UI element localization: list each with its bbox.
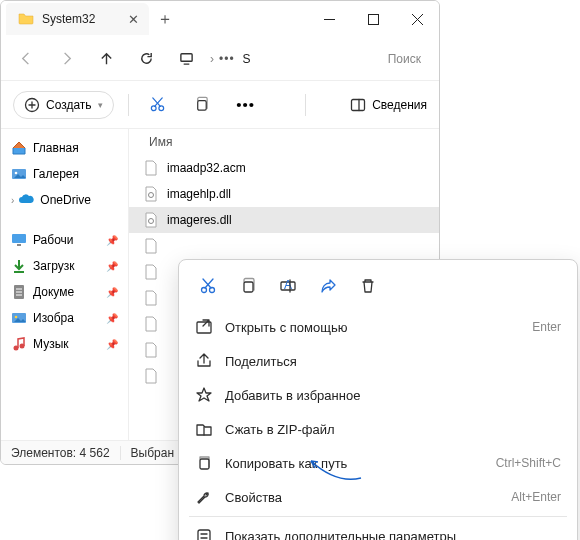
copy-button[interactable]	[231, 270, 265, 302]
document-icon	[11, 284, 27, 300]
breadcrumb-current[interactable]: S	[243, 52, 251, 66]
maximize-button[interactable]	[351, 1, 395, 37]
svg-point-28	[20, 344, 25, 349]
ctx-favorite[interactable]: Добавить в избранное	[185, 378, 571, 412]
svg-rect-18	[12, 234, 26, 243]
close-tab-icon[interactable]: ✕	[128, 12, 139, 27]
ctx-properties[interactable]: СвойстваAlt+Enter	[185, 480, 571, 514]
ctx-share[interactable]: Поделиться	[185, 344, 571, 378]
active-tab[interactable]: System32 ✕	[6, 3, 149, 35]
cut-button[interactable]	[143, 90, 173, 120]
file-icon	[143, 290, 159, 306]
file-icon	[143, 186, 159, 202]
home-icon	[11, 140, 27, 156]
file-icon	[143, 264, 159, 280]
pc-icon[interactable]	[167, 41, 205, 77]
ctx-open-with[interactable]: Открыть с помощьюEnter	[185, 310, 571, 344]
file-icon	[143, 342, 159, 358]
chevron-right-icon: ›	[210, 52, 214, 66]
separator	[305, 94, 306, 116]
context-menu: A Открыть с помощьюEnter Поделиться Доба…	[178, 259, 578, 540]
file-row[interactable]: imaadp32.acm	[129, 155, 439, 181]
svg-text:A: A	[284, 278, 292, 292]
sidebar: Главная Галерея ›OneDrive Рабочи📌 Загруз…	[1, 129, 129, 440]
create-label: Создать	[46, 98, 92, 112]
star-icon	[195, 386, 213, 404]
svg-point-10	[159, 106, 164, 111]
sidebar-item-pictures[interactable]: Изобра📌	[5, 305, 124, 331]
svg-point-9	[151, 106, 156, 111]
open-with-icon	[195, 318, 213, 336]
sidebar-item-documents[interactable]: Докуме📌	[5, 279, 124, 305]
file-row-selected[interactable]: imageres.dll	[129, 207, 439, 233]
share-icon	[195, 352, 213, 370]
more-button[interactable]: •••	[231, 90, 261, 120]
chevron-right-icon: ›	[11, 195, 14, 206]
tab-title: System32	[42, 12, 95, 26]
more-dots[interactable]: •••	[219, 52, 235, 66]
sidebar-item-music[interactable]: Музык📌	[5, 331, 124, 357]
refresh-button[interactable]	[127, 41, 165, 77]
svg-rect-1	[368, 14, 378, 24]
delete-button[interactable]	[351, 270, 385, 302]
chevron-down-icon: ▾	[98, 100, 103, 110]
sidebar-item-gallery[interactable]: Галерея	[5, 161, 124, 187]
svg-rect-35	[244, 282, 253, 292]
pin-icon: 📌	[106, 261, 118, 272]
details-label: Сведения	[372, 98, 427, 112]
column-header-name[interactable]: Имя	[129, 129, 439, 155]
svg-rect-4	[180, 54, 191, 62]
navbar: › ••• S Поиск	[1, 37, 439, 81]
details-icon	[350, 97, 366, 113]
context-icon-row: A	[185, 266, 571, 310]
plus-circle-icon	[24, 97, 40, 113]
rename-button[interactable]: A	[271, 270, 305, 302]
folder-icon	[18, 10, 34, 29]
download-icon	[11, 258, 27, 274]
more-options-icon	[195, 527, 213, 540]
svg-rect-14	[352, 99, 365, 110]
create-button[interactable]: Создать ▾	[13, 91, 114, 119]
wrench-icon	[195, 488, 213, 506]
copy-button[interactable]	[187, 90, 217, 120]
status-item-count: Элементов: 4 562	[1, 446, 121, 460]
ctx-copy-path[interactable]: Копировать как путьCtrl+Shift+C	[185, 446, 571, 480]
back-button[interactable]	[7, 41, 45, 77]
sidebar-item-downloads[interactable]: Загрузк📌	[5, 253, 124, 279]
svg-point-17	[15, 172, 18, 175]
ctx-zip[interactable]: Сжать в ZIP-файл	[185, 412, 571, 446]
status-selection: Выбран	[121, 446, 185, 460]
sidebar-item-onedrive[interactable]: ›OneDrive	[5, 187, 124, 213]
file-row[interactable]	[129, 233, 439, 259]
sidebar-item-home[interactable]: Главная	[5, 135, 124, 161]
copy-path-icon	[195, 454, 213, 472]
file-icon	[143, 212, 159, 228]
details-button[interactable]: Сведения	[350, 97, 427, 113]
file-row[interactable]: imagehlp.dll	[129, 181, 439, 207]
up-button[interactable]	[87, 41, 125, 77]
music-icon	[11, 336, 27, 352]
forward-button[interactable]	[47, 41, 85, 77]
file-icon	[143, 238, 159, 254]
share-button[interactable]	[311, 270, 345, 302]
new-tab-button[interactable]: ＋	[157, 9, 173, 30]
svg-rect-41	[200, 459, 209, 469]
svg-rect-19	[17, 244, 21, 246]
ctx-more-options[interactable]: Показать дополнительные параметры	[185, 519, 571, 540]
titlebar: System32 ✕ ＋	[1, 1, 439, 37]
close-button[interactable]	[395, 1, 439, 37]
zip-icon	[195, 420, 213, 438]
pin-icon: 📌	[106, 313, 118, 324]
svg-rect-13	[198, 101, 207, 110]
file-icon	[143, 368, 159, 384]
cut-button[interactable]	[191, 270, 225, 302]
search-input[interactable]: Поиск	[376, 52, 433, 66]
minimize-button[interactable]	[307, 1, 351, 37]
sidebar-item-desktop[interactable]: Рабочи📌	[5, 227, 124, 253]
svg-point-26	[15, 316, 18, 319]
gallery-icon	[11, 166, 27, 182]
window-controls	[307, 1, 439, 37]
toolbar: Создать ▾ ••• Сведения	[1, 81, 439, 129]
pictures-icon	[11, 310, 27, 326]
svg-point-31	[202, 288, 207, 293]
